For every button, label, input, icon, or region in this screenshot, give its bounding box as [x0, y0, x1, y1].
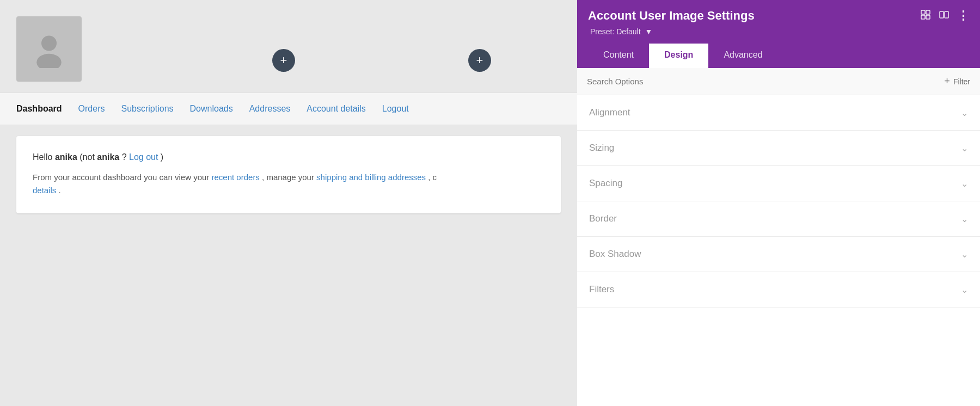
add-content-button-2[interactable]: + — [468, 49, 491, 72]
tab-content[interactable]: Content — [588, 44, 649, 68]
tabs-row: Content Design Advanced — [588, 44, 969, 68]
accordion-sizing: Sizing ⌄ — [577, 131, 980, 166]
settings-title: Account User Image Settings — [588, 9, 755, 23]
shipping-link[interactable]: shipping and billing addresses — [316, 173, 426, 182]
accordion-header-box-shadow[interactable]: Box Shadow ⌄ — [577, 237, 980, 272]
resize-icon[interactable] — [920, 9, 931, 23]
accordion-header-alignment[interactable]: Alignment ⌄ — [577, 95, 980, 130]
chevron-down-icon-alignment: ⌄ — [961, 108, 968, 118]
avatar — [16, 16, 82, 82]
columns-icon[interactable] — [939, 9, 950, 23]
desc-part1: From your account dashboard you can view… — [33, 173, 212, 182]
more-menu-icon[interactable]: ⋮ — [957, 9, 969, 23]
accordion-alignment: Alignment ⌄ — [577, 95, 980, 131]
svg-point-1 — [36, 54, 62, 68]
preset-text: Preset: Default — [590, 27, 641, 36]
avatar-section: + + — [0, 0, 577, 93]
nav-section: Dashboard Orders Subscriptions Downloads… — [0, 93, 577, 125]
desc-part2: , manage your — [262, 173, 316, 182]
accordion-box-shadow: Box Shadow ⌄ — [577, 237, 980, 272]
nav-downloads[interactable]: Downloads — [190, 104, 233, 114]
nav-subscriptions[interactable]: Subscriptions — [121, 104, 173, 114]
nav-orders[interactable]: Orders — [78, 104, 105, 114]
search-row: + Filter — [577, 68, 980, 95]
svg-rect-7 — [945, 11, 948, 18]
accordion-title-sizing: Sizing — [589, 143, 614, 153]
dashboard-description: From your account dashboard you can view… — [33, 171, 544, 197]
settings-panel: Account User Image Settings — [577, 0, 980, 406]
chevron-down-icon-box-shadow: ⌄ — [961, 249, 968, 260]
svg-rect-3 — [926, 10, 930, 14]
accordion-header-border[interactable]: Border ⌄ — [577, 201, 980, 236]
accordion-header-sizing[interactable]: Sizing ⌄ — [577, 131, 980, 165]
accordion-border: Border ⌄ — [577, 201, 980, 237]
preset-arrow-icon: ▼ — [645, 27, 653, 36]
chevron-down-icon-border: ⌄ — [961, 214, 968, 224]
accordion-title-filters: Filters — [589, 284, 614, 295]
svg-rect-6 — [940, 11, 944, 18]
svg-rect-2 — [921, 10, 925, 14]
accordion-title-alignment: Alignment — [589, 107, 630, 118]
close-paren: ) — [161, 152, 163, 162]
header-icons: ⋮ — [920, 9, 969, 23]
nav-logout[interactable]: Logout — [382, 104, 409, 114]
accordion-spacing: Spacing ⌄ — [577, 166, 980, 201]
nav-dashboard[interactable]: Dashboard — [16, 104, 62, 114]
nav-links: Dashboard Orders Subscriptions Downloads… — [16, 104, 561, 114]
avatar-person-icon — [30, 30, 68, 68]
nav-account-details[interactable]: Account details — [307, 104, 366, 114]
accordion-filters: Filters ⌄ — [577, 272, 980, 307]
settings-header: Account User Image Settings — [577, 0, 980, 68]
hello-prefix: Hello — [33, 152, 55, 162]
accordion-title-border: Border — [589, 213, 617, 224]
filter-button[interactable]: + Filter — [944, 76, 970, 87]
settings-title-row: Account User Image Settings — [588, 9, 969, 23]
avatar-placeholder — [16, 16, 82, 82]
recent-orders-link[interactable]: recent orders — [212, 173, 260, 182]
chevron-down-icon-sizing: ⌄ — [961, 143, 968, 153]
desc-part3: , c — [428, 173, 437, 182]
username-2: anika — [97, 152, 119, 162]
svg-rect-4 — [921, 15, 925, 19]
hello-message: Hello anika (not anika ? Log out ) — [33, 152, 544, 162]
filter-plus-icon: + — [944, 76, 950, 87]
svg-point-0 — [41, 36, 57, 51]
svg-rect-5 — [926, 15, 930, 19]
filter-label: Filter — [953, 77, 970, 86]
account-details-link[interactable]: details — [33, 186, 56, 195]
dashboard-content: Hello anika (not anika ? Log out ) From … — [16, 136, 561, 213]
username-1: anika — [55, 152, 77, 162]
add-content-button-1[interactable]: + — [272, 49, 295, 72]
accordion-title-box-shadow: Box Shadow — [589, 249, 641, 260]
search-options-input[interactable] — [587, 77, 944, 86]
preset-label[interactable]: Preset: Default ▼ — [588, 27, 969, 36]
question-mark: ? — [122, 152, 129, 162]
accordion-header-spacing[interactable]: Spacing ⌄ — [577, 166, 980, 201]
chevron-down-icon-spacing: ⌄ — [961, 179, 968, 189]
logout-link[interactable]: Log out — [129, 152, 158, 162]
main-content: + + Dashboard Orders Subscriptions Downl… — [0, 0, 577, 406]
settings-body: Alignment ⌄ Sizing ⌄ Spacing ⌄ Border ⌄ — [577, 95, 980, 406]
desc-end: . — [59, 186, 61, 195]
tab-advanced[interactable]: Advanced — [708, 44, 777, 68]
nav-addresses[interactable]: Addresses — [249, 104, 291, 114]
accordion-title-spacing: Spacing — [589, 178, 622, 189]
accordion-header-filters[interactable]: Filters ⌄ — [577, 272, 980, 307]
chevron-down-icon-filters: ⌄ — [961, 285, 968, 295]
tab-design[interactable]: Design — [649, 44, 708, 68]
not-prefix: (not — [79, 152, 97, 162]
